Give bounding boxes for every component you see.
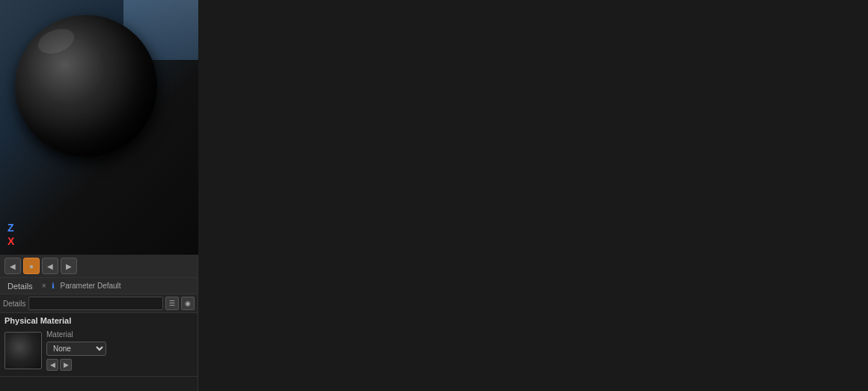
main-container: Z X ◀ ● ◀ ▶ Details × ℹ Parameter Defaul… (0, 0, 868, 391)
toolbar-btn-2[interactable]: ● (23, 258, 40, 274)
material-dropdown[interactable]: None (46, 342, 106, 356)
axis-indicator: Z X (7, 222, 14, 247)
details-close-btn[interactable]: × (42, 282, 46, 290)
next-material-btn[interactable]: ▶ (60, 359, 72, 371)
toolbar-btn-1[interactable]: ◀ (4, 258, 21, 274)
toolbar-btn-4[interactable]: ▶ (61, 258, 77, 274)
material-controls: Material None ◀ ▶ (46, 330, 106, 371)
material-arrow-btns: ◀ ▶ (46, 359, 106, 371)
details-header: Details × ℹ Parameter Default (0, 278, 198, 294)
eye-view-btn[interactable]: ◉ (181, 297, 195, 310)
sphere-preview (15, 15, 157, 157)
axis-z-label: Z (7, 222, 14, 234)
details-search-row: Details ☰ ◉ (0, 294, 198, 313)
details-panel: Details × ℹ Parameter Default Details ☰ … (0, 278, 198, 391)
list-view-btn[interactable]: ☰ (165, 297, 179, 310)
graph-area[interactable]: Texture Sample ▲ UVs RGB (198, 0, 868, 391)
material-label: Material (46, 330, 106, 339)
material-row: Material None ◀ ▶ (4, 328, 193, 373)
left-panel: Z X ◀ ● ◀ ▶ Details × ℹ Parameter Defaul… (0, 0, 198, 391)
axis-x-label: X (7, 235, 14, 247)
material-thumbnail (4, 332, 42, 369)
details-search-input[interactable] (28, 297, 163, 310)
toolbar-btn-3[interactable]: ◀ (42, 258, 58, 274)
details-info-icon[interactable]: ℹ (52, 282, 55, 290)
details-tab[interactable]: Details (3, 282, 37, 291)
details-sub-label: Details (3, 300, 26, 308)
material-title: Physical Material (4, 316, 193, 325)
viewport-area[interactable]: Z X (0, 0, 198, 255)
prev-material-btn[interactable]: ◀ (46, 359, 58, 371)
details-param-label: Parameter Default (60, 282, 120, 290)
toolbar-row: ◀ ● ◀ ▶ (0, 255, 198, 278)
material-section: Physical Material Material None ◀ ▶ (0, 313, 198, 377)
